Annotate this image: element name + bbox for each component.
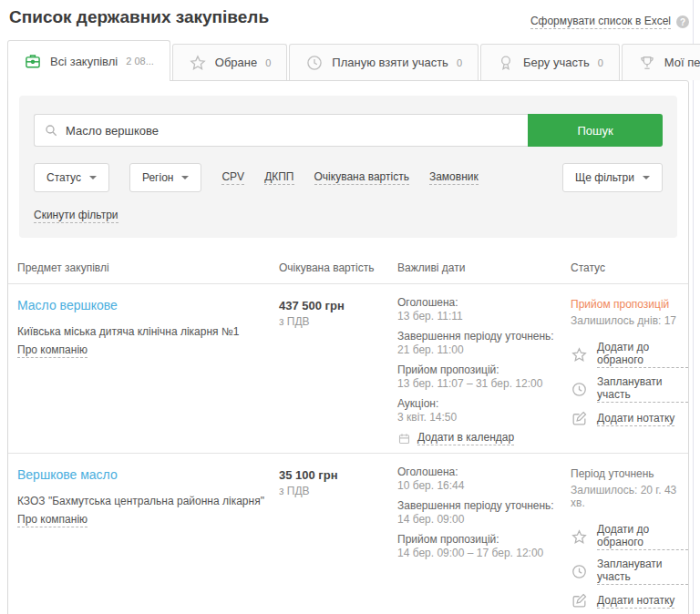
row-actions: Додати до обраного Запланувати участь До… (571, 523, 688, 609)
col-header-subject: Предмет закупівлі (17, 261, 279, 274)
tab-label: Всі закупівлі (50, 55, 118, 68)
status-cell: Період уточнень Залишилось: 20 г. 43 хв.… (571, 466, 688, 614)
tab-all-purchases[interactable]: Всі закупівлі 2 08... (7, 40, 170, 81)
expected-value: 35 100 грн (279, 468, 397, 482)
tab-count: 2 08... (126, 56, 154, 67)
col-header-status: Статус (571, 261, 688, 274)
reset-filters-link[interactable]: Скинути фільтри (34, 209, 118, 223)
tab-bar: Всі закупівлі 2 08... Обране 0 Планую вз… (7, 40, 700, 81)
date-label: Прийом пропозицій: (397, 533, 571, 547)
date-value: 13 бер. 11:07 – 31 бер. 12:00 (397, 377, 571, 391)
clock-icon (305, 54, 324, 72)
clock-icon (571, 381, 588, 398)
subject-cell: Вершкове масло КЗОЗ "Бахмутська централь… (17, 466, 279, 614)
excel-export: Сформувати список в Excel ? (530, 15, 689, 29)
time-remaining: Залишилось днів: 17 (571, 314, 688, 327)
search-button[interactable]: Пошук (528, 114, 663, 147)
search-input-wrap (34, 114, 528, 147)
status-filter-label: Статус (46, 171, 81, 184)
date-label: Завершення періоду уточнень: (397, 330, 571, 343)
page-title: Список державних закупівель (9, 7, 269, 27)
col-header-dates: Важливі дати (397, 261, 571, 274)
date-value: 14 бер. 09:00 (397, 513, 571, 527)
chevron-down-icon (643, 176, 650, 179)
page-right-divider (693, 0, 694, 614)
add-to-calendar-link[interactable]: Додати в календар (397, 431, 571, 445)
expected-value-filter-link[interactable]: Очікувана вартість (314, 170, 409, 185)
date-value: 3 квіт. 14:50 (397, 411, 571, 425)
star-icon (571, 528, 588, 546)
subject-cell: Масло вершкове Київська міська дитяча кл… (17, 296, 279, 445)
tab-count: 0 (598, 57, 603, 68)
tab-count: 0 (457, 57, 462, 68)
about-company-link[interactable]: Про компанію (17, 343, 88, 358)
add-to-favorites-link[interactable]: Додати до обраного (571, 341, 688, 368)
star-icon (571, 346, 588, 363)
table-header: Предмет закупівлі Очікувана вартість Важ… (8, 247, 688, 284)
date-value: 13 бер. 11:11 (397, 310, 571, 323)
status-cell: Прийом пропозицій Залишилось днів: 17 До… (571, 296, 688, 445)
tab-participating[interactable]: Беру участь 0 (480, 44, 620, 80)
note-icon (571, 592, 588, 609)
value-cell: 437 500 грн з ПДВ (279, 296, 397, 445)
more-filters-dropdown[interactable]: Ще фільтри (562, 163, 663, 192)
add-to-favorites-link[interactable]: Додати до обраного (571, 523, 688, 550)
excel-export-link[interactable]: Сформувати список в Excel (530, 15, 671, 29)
cpv-filter-link[interactable]: CPV (221, 170, 244, 185)
tender-title-link[interactable]: Масло вершкове (17, 298, 118, 312)
date-value: 14 бер. 09:00 – 17 бер. 12:00 (397, 547, 571, 560)
date-label: Оголошена: (397, 296, 571, 310)
col-header-expected-value: Очікувана вартість (279, 261, 397, 274)
dates-cell: Оголошена:13 бер. 11:11 Завершення періо… (397, 296, 571, 445)
date-label: Завершення періоду уточнень: (397, 499, 571, 513)
chevron-down-icon (89, 176, 97, 179)
region-filter-dropdown[interactable]: Регіон (129, 163, 202, 192)
plan-participation-link[interactable]: Запланувати участь (571, 558, 688, 585)
company-name: Київська міська дитяча клінічна лікарня … (17, 325, 279, 339)
note-icon (571, 410, 588, 427)
medal-icon (497, 54, 515, 72)
calendar-icon (397, 432, 411, 445)
status-filter-dropdown[interactable]: Статус (34, 163, 109, 192)
trophy-icon (638, 54, 656, 72)
date-value: 21 бер. 11:00 (397, 343, 571, 357)
customer-filter-link[interactable]: Замовник (429, 170, 479, 185)
page-header: Список державних закупівель Сформувати с… (9, 7, 689, 29)
date-label: Оголошена: (397, 466, 571, 479)
add-note-link[interactable]: Додати нотатку (571, 592, 688, 609)
value-cell: 35 100 грн з ПДВ (279, 466, 397, 614)
tab-label: Беру участь (523, 56, 590, 69)
more-filters-label: Ще фільтри (575, 171, 634, 184)
row-actions: Додати до обраного Запланувати участь До… (571, 341, 688, 427)
dates-cell: Оголошена:10 бер. 16:44 Завершення періо… (397, 466, 571, 614)
company-name: КЗОЗ "Бахмутська центральна районна ліка… (17, 495, 279, 508)
search-filter-box: Пошук Статус Регіон CPV ДКПП Очікувана в… (19, 96, 677, 238)
tender-title-link[interactable]: Вершкове масло (17, 467, 118, 482)
plan-participation-link[interactable]: Запланувати участь (571, 375, 688, 403)
tab-favorites[interactable]: Обране 0 (172, 44, 288, 80)
about-company-link[interactable]: Про компанію (17, 513, 88, 527)
table-row: Масло вершкове Київська міська дитяча кл… (8, 284, 688, 454)
vat-note: з ПДВ (279, 315, 397, 328)
star-icon (189, 54, 207, 72)
date-value: 10 бер. 16:44 (397, 479, 571, 493)
date-label: Прийом пропозицій: (397, 363, 571, 377)
tab-plan-participate[interactable]: Планую взяти участь 0 (289, 44, 479, 80)
status-badge: Період уточнень (571, 467, 688, 480)
add-note-link[interactable]: Додати нотатку (571, 410, 688, 427)
procurement-list-page: Список державних закупівель Сформувати с… (0, 0, 700, 614)
time-remaining: Залишилось: 20 г. 43 хв. (571, 484, 688, 509)
search-icon (44, 123, 58, 138)
search-input[interactable] (35, 115, 528, 146)
tab-my-wins[interactable]: Мої перемоги 0 (622, 44, 700, 80)
help-icon[interactable]: ? (676, 15, 689, 28)
status-badge: Прийом пропозицій (571, 298, 688, 311)
date-label: Аукціон: (397, 397, 571, 411)
tab-count: 0 (265, 57, 271, 68)
table-row: Вершкове масло КЗОЗ "Бахмутська централь… (8, 454, 688, 614)
chevron-down-icon (181, 176, 189, 179)
tab-label: Планую взяти участь (332, 56, 448, 69)
main-panel: Пошук Статус Регіон CPV ДКПП Очікувана в… (7, 80, 689, 614)
search-row: Пошук (34, 114, 663, 147)
dkpp-filter-link[interactable]: ДКПП (264, 170, 293, 185)
